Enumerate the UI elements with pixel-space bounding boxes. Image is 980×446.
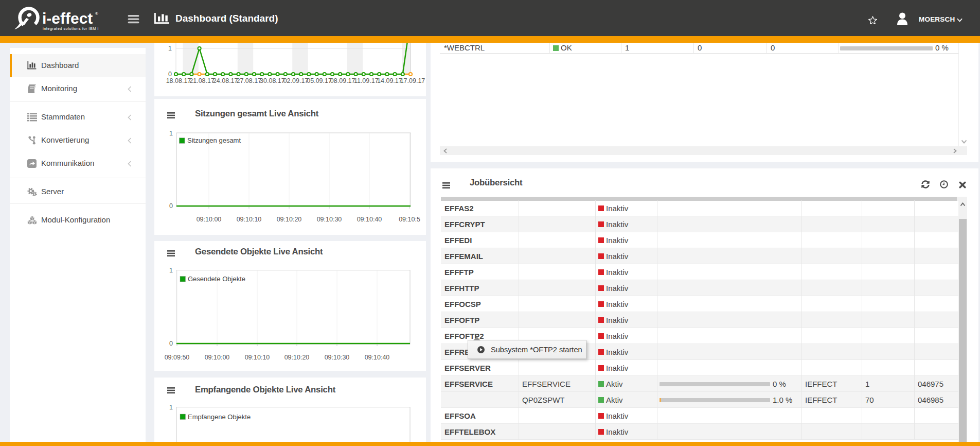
- svg-text:02.09.17: 02.09.17: [283, 77, 309, 84]
- svg-text:09:10:10: 09:10:10: [237, 216, 262, 223]
- svg-text:0: 0: [169, 340, 173, 347]
- svg-text:09:10:00: 09:10:00: [197, 216, 222, 223]
- svg-text:09:10:5: 09:10:5: [399, 216, 420, 223]
- svg-text:i-effect: i-effect: [42, 10, 93, 27]
- svg-text:09:10:20: 09:10:20: [277, 216, 302, 223]
- svg-text:09:09:50: 09:09:50: [165, 354, 190, 361]
- svg-text:Gesendete Objekte: Gesendete Objekte: [188, 275, 245, 283]
- svg-text:®: ®: [95, 11, 98, 16]
- svg-text:18.08.17: 18.08.17: [166, 77, 191, 84]
- svg-text:24.08.17: 24.08.17: [213, 77, 238, 84]
- svg-text:14.09.17: 14.09.17: [377, 77, 402, 84]
- svg-text:Empfangene Objekte: Empfangene Objekte: [188, 413, 251, 421]
- svg-text:integrated solutions for IBM i: integrated solutions for IBM i: [43, 26, 99, 31]
- svg-text:0: 0: [168, 71, 172, 78]
- svg-text:1: 1: [169, 130, 173, 137]
- svg-text:09:10:20: 09:10:20: [284, 354, 310, 361]
- svg-text:27.08.17: 27.08.17: [236, 77, 261, 84]
- svg-text:17.09.17: 17.09.17: [400, 77, 425, 84]
- svg-text:05.09.17: 05.09.17: [307, 77, 332, 84]
- svg-text:09:10:40: 09:10:40: [365, 354, 390, 361]
- svg-text:1: 1: [169, 267, 173, 274]
- svg-text:21.08.17: 21.08.17: [189, 77, 215, 84]
- svg-text:0: 0: [169, 202, 173, 210]
- svg-text:09:10:30: 09:10:30: [317, 216, 342, 223]
- svg-text:09:10:10: 09:10:10: [245, 354, 270, 361]
- svg-text:1: 1: [168, 45, 172, 52]
- svg-text:09:10:00: 09:10:00: [205, 354, 230, 361]
- svg-text:Sitzungen gesamt: Sitzungen gesamt: [187, 136, 241, 144]
- svg-text:1: 1: [169, 404, 173, 411]
- svg-text:09:10:30: 09:10:30: [325, 354, 350, 361]
- svg-text:11.09.17: 11.09.17: [354, 77, 379, 84]
- svg-text:30.08.17: 30.08.17: [260, 77, 285, 84]
- svg-text:08.09.17: 08.09.17: [330, 77, 355, 84]
- svg-text:09:10:40: 09:10:40: [357, 216, 382, 223]
